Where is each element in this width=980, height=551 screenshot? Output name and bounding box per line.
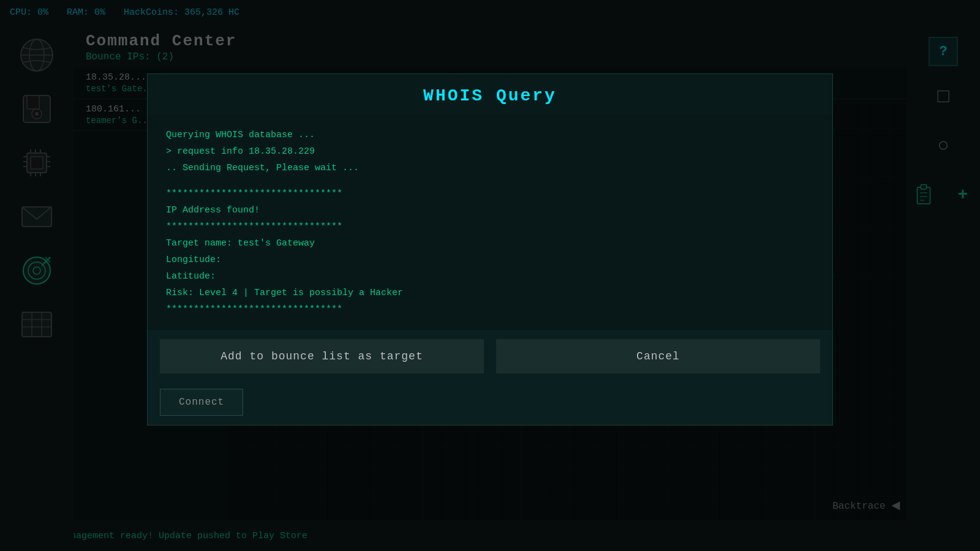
add-to-bounce-button[interactable]: Add to bounce list as target	[160, 339, 484, 373]
whois-content: Querying WHOIS database ...> request inf…	[148, 114, 832, 330]
cancel-button[interactable]: Cancel	[496, 339, 820, 373]
connect-button[interactable]: Connect	[160, 389, 243, 416]
whois-modal: WHOIS Query Querying WHOIS database ...>…	[147, 73, 833, 425]
whois-buttons: Add to bounce list as target Cancel	[148, 330, 832, 383]
whois-title: WHOIS Query	[148, 74, 832, 114]
whois-footer: Connect	[148, 383, 832, 425]
